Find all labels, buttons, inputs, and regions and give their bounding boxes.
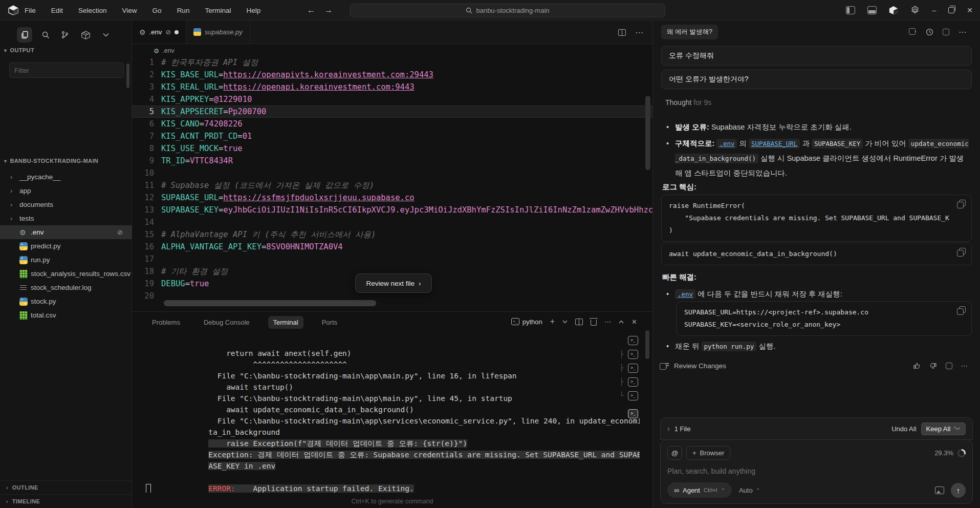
open-in-editor-icon[interactable] xyxy=(943,29,949,35)
menu-item[interactable]: Run xyxy=(177,7,190,14)
search-panel-icon[interactable] xyxy=(38,27,53,43)
thumbs-up-icon[interactable] xyxy=(913,362,921,370)
terminal-session-item[interactable]: ├ >_ xyxy=(620,375,638,389)
chat-input-placeholder[interactable]: Plan, search, build anything xyxy=(667,467,966,475)
mention-button[interactable]: @ xyxy=(667,446,682,460)
code-line[interactable]: 2 KIS_BASE_URL=https://openapivts.koreai… xyxy=(132,69,652,81)
code-line[interactable]: 9 TR_ID=VTTC8434R xyxy=(132,155,652,167)
file-tree-item[interactable]: stock_analysis_results_rows.csv xyxy=(0,267,132,281)
user-message[interactable]: 어떤 오류가 발생한거야? xyxy=(661,70,972,89)
keep-all-button[interactable]: Keep All ^↵ xyxy=(921,422,966,435)
code-line[interactable]: 15 # AlphaVantage API 키 (주식 추천 서비스에서 사용) xyxy=(132,228,652,241)
panel-tab[interactable]: Terminal xyxy=(268,316,303,329)
split-terminal-icon[interactable] xyxy=(575,319,583,325)
code-editor[interactable]: 1 # 한국투자증권 API 설정 2 KIS_BASE_URL=https:/… xyxy=(132,56,652,310)
code-line[interactable]: 10 xyxy=(132,167,652,179)
review-next-file-button[interactable]: Review next file › xyxy=(355,273,432,293)
activity-more-chevron-icon[interactable] xyxy=(98,27,114,43)
add-browser-context-button[interactable]: + Browser xyxy=(686,446,730,460)
explorer-icon[interactable] xyxy=(17,27,32,43)
tab-supabase-py[interactable]: supabase.py xyxy=(186,20,250,44)
terminal-session-item[interactable]: └ >_ xyxy=(620,389,638,403)
file-tree-item[interactable]: stock_scheduler.log xyxy=(0,281,132,294)
model-selector[interactable]: Auto ⌃ xyxy=(739,486,760,494)
file-tree-item[interactable]: › documents xyxy=(0,198,132,211)
output-filter-input[interactable] xyxy=(9,62,124,78)
editor-horizontal-scrollbar[interactable] xyxy=(164,300,376,306)
code-line[interactable]: 8 KIS_USE_MOCK=true xyxy=(132,142,652,155)
breadcrumb[interactable]: ⚙ .env xyxy=(154,45,175,56)
nav-forward-button[interactable]: → xyxy=(324,6,333,15)
terminal-session-item[interactable]: ├ >_ xyxy=(620,361,638,375)
response-more-icon[interactable]: ⋯ xyxy=(961,362,968,370)
copy-response-icon[interactable] xyxy=(946,363,952,369)
menu-item[interactable]: Go xyxy=(153,7,162,14)
code-line[interactable]: 13 SUPABASE_KEY=eyJhbGciOiJIUzI1NiIsInR5… xyxy=(132,204,652,216)
code-line[interactable]: 7 KIS_ACNT_PRDT_CD=01 xyxy=(132,130,652,142)
sidebar-scrollbar[interactable] xyxy=(126,64,129,88)
toggle-sidebar-icon[interactable] xyxy=(846,6,855,14)
copy-icon[interactable] xyxy=(959,306,966,313)
copy-icon[interactable] xyxy=(959,200,966,206)
modified-dot-icon[interactable] xyxy=(175,30,179,34)
new-terminal-icon[interactable]: + xyxy=(550,317,555,326)
code-line[interactable]: 11 # Supabase 설정 (코드에서 가져온 실제 값으로 수정) xyxy=(132,179,652,192)
terminal-output[interactable]: return await anext(self.gen) ^^^^^^^^^^^… xyxy=(146,336,640,493)
terminal-scrollbar[interactable] xyxy=(645,330,649,359)
cursor-cube-icon[interactable] xyxy=(889,6,898,15)
changed-files-bar[interactable]: › 1 File Undo All Keep All ^↵ xyxy=(660,417,973,440)
editor-more-actions-icon[interactable]: ⋯ xyxy=(635,28,643,37)
code-line[interactable]: 4 KIS_APPKEY=@1229010 xyxy=(132,93,652,105)
file-tree-item[interactable]: .env ⊘ xyxy=(0,225,132,239)
terminal-session-item[interactable]: >_ xyxy=(620,333,638,347)
source-control-icon[interactable] xyxy=(57,27,73,43)
chat-more-icon[interactable]: ⋯ xyxy=(959,27,967,37)
code-line[interactable]: 6 KIS_CANO=74208226 xyxy=(132,118,652,130)
nav-back-button[interactable]: ← xyxy=(307,6,315,15)
minimize-button[interactable]: – xyxy=(932,6,936,14)
output-section-header[interactable]: ▾ OUTPUT xyxy=(4,47,34,53)
copy-icon[interactable] xyxy=(959,248,966,255)
user-message[interactable]: 오류 수정해줘 xyxy=(661,46,972,66)
terminal-more-icon[interactable]: ⋯ xyxy=(604,318,611,326)
toggle-panel-icon[interactable] xyxy=(867,6,877,14)
panel-tab[interactable]: Debug Console xyxy=(199,316,255,329)
settings-gear-icon[interactable] xyxy=(910,6,920,15)
code-line[interactable]: 16 ALPHA_VANTAGE_API_KEY=8SVO0HNIMOTZA0V… xyxy=(132,241,652,253)
file-tree-item[interactable]: › __pycache__ xyxy=(0,170,132,184)
attach-image-icon[interactable] xyxy=(935,486,944,494)
menu-item[interactable]: Edit xyxy=(51,7,63,14)
chat-tab[interactable]: 왜 에러 발생해? xyxy=(661,25,718,39)
file-tree-item[interactable]: run.py xyxy=(0,253,132,267)
history-icon[interactable] xyxy=(926,28,933,36)
file-tree-item[interactable]: › app xyxy=(0,184,132,198)
terminal-session-item[interactable]: >_ xyxy=(620,407,638,420)
thumbs-down-icon[interactable] xyxy=(929,362,937,370)
menu-item[interactable]: File xyxy=(25,7,36,14)
file-tree-item[interactable]: predict.py xyxy=(0,239,132,253)
thought-duration[interactable]: Thought for 9s xyxy=(665,98,711,107)
close-panel-icon[interactable]: ✕ xyxy=(631,318,637,326)
menu-item[interactable]: Terminal xyxy=(205,7,231,14)
menu-item[interactable]: View xyxy=(122,7,137,14)
maximize-panel-icon[interactable] xyxy=(619,320,624,324)
code-line[interactable]: 5 KIS_APPSECRET=Pp200700 xyxy=(132,105,652,118)
panel-tab[interactable]: Problems xyxy=(147,316,185,329)
tab-env[interactable]: ⚙ .env ⊘ xyxy=(132,20,186,44)
extensions-icon[interactable] xyxy=(78,27,93,43)
menu-item[interactable]: Help xyxy=(246,7,260,14)
code-line[interactable]: 1 # 한국투자증권 API 설정 xyxy=(132,56,652,69)
close-button[interactable]: ✕ xyxy=(967,6,973,14)
code-block-await-call[interactable]: await update_economic_data_in_background… xyxy=(661,243,972,265)
code-line[interactable]: 3 KIS_REAL_URL=https://openapi.koreainve… xyxy=(132,81,652,93)
kill-terminal-icon[interactable] xyxy=(591,320,597,326)
send-button[interactable]: ↑ xyxy=(951,483,966,498)
workspace-search[interactable]: banbu-stocktrading-main xyxy=(350,4,665,17)
chat-input-box[interactable]: @ + Browser 29.3% Plan, search, build an… xyxy=(660,439,973,504)
editor-vertical-scrollbar[interactable] xyxy=(645,96,650,170)
code-block-runtime-error[interactable]: raise RuntimeError( "Supabase credential… xyxy=(661,195,972,242)
usage-indicator[interactable]: 29.3% xyxy=(934,449,966,457)
code-line[interactable]: 17 xyxy=(132,253,652,265)
outline-section-header[interactable]: › OUTLINE xyxy=(0,480,132,494)
menu-item[interactable]: Selection xyxy=(78,7,107,14)
